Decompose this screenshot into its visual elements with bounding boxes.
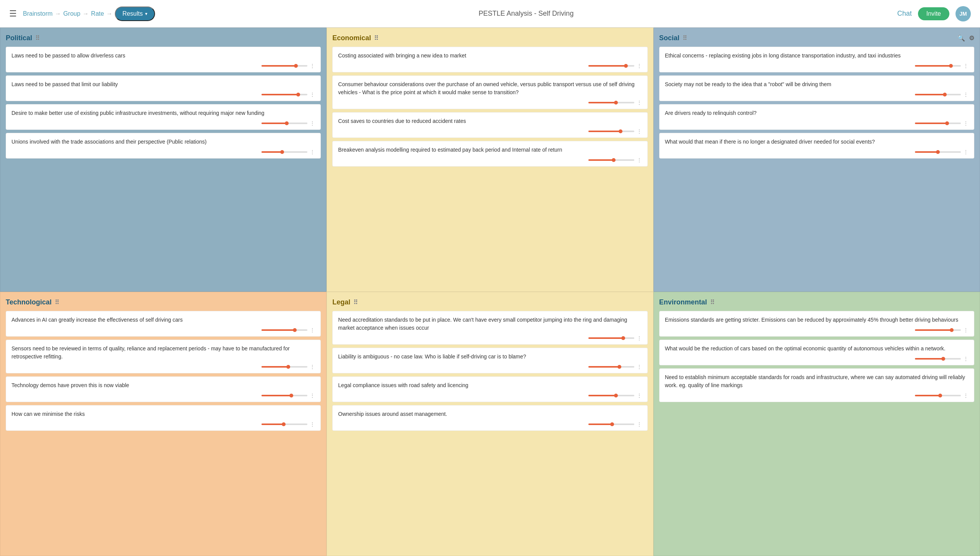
- rating-menu-icon[interactable]: ⋮: [637, 364, 642, 370]
- rating-handle[interactable]: [621, 336, 625, 340]
- rating-menu-icon[interactable]: ⋮: [963, 356, 969, 362]
- rating-track[interactable]: [588, 424, 634, 425]
- rating-handle[interactable]: [286, 365, 290, 369]
- menu-icon[interactable]: ☰: [9, 9, 17, 19]
- rating-menu-icon[interactable]: ⋮: [963, 392, 969, 399]
- rating-fill: [915, 151, 938, 153]
- rating-track[interactable]: [915, 65, 961, 67]
- rating-menu-icon[interactable]: ⋮: [310, 149, 315, 155]
- rating-menu-icon[interactable]: ⋮: [637, 392, 642, 399]
- rating-track[interactable]: [261, 123, 307, 124]
- rating-handle[interactable]: [294, 64, 298, 68]
- rating-track[interactable]: [261, 395, 307, 396]
- avatar[interactable]: JM: [956, 6, 971, 21]
- rating-track[interactable]: [261, 329, 307, 331]
- rating-menu-icon[interactable]: ⋮: [637, 421, 642, 427]
- card: Costing associated with bringing a new i…: [332, 47, 647, 72]
- rating-handle[interactable]: [949, 64, 953, 68]
- rating-menu-icon[interactable]: ⋮: [963, 327, 969, 333]
- invite-button[interactable]: Invite: [918, 7, 949, 20]
- rating-fill: [261, 65, 296, 67]
- rating-handle[interactable]: [619, 129, 622, 133]
- results-button[interactable]: Results ▾: [115, 7, 155, 21]
- rating-handle[interactable]: [943, 93, 947, 96]
- rating-menu-icon[interactable]: ⋮: [963, 92, 969, 98]
- breadcrumb-rate[interactable]: Rate: [91, 10, 104, 17]
- breadcrumb-group[interactable]: Group: [63, 10, 80, 17]
- rating-menu-icon[interactable]: ⋮: [310, 92, 315, 98]
- rating-handle[interactable]: [280, 150, 284, 154]
- rating-track[interactable]: [588, 102, 634, 103]
- category-menu-icon[interactable]: ⠿: [55, 299, 59, 306]
- rating-menu-icon[interactable]: ⋮: [637, 157, 642, 163]
- rating-menu-icon[interactable]: ⋮: [637, 335, 642, 341]
- rating-track[interactable]: [261, 424, 307, 425]
- rating-menu-icon[interactable]: ⋮: [963, 63, 969, 69]
- rating-handle[interactable]: [614, 101, 618, 105]
- category-menu-icon[interactable]: ⠿: [35, 34, 40, 42]
- rating-track[interactable]: [588, 395, 634, 396]
- category-menu-icon[interactable]: ⠿: [374, 34, 379, 42]
- rating-handle[interactable]: [289, 394, 293, 397]
- rating-handle[interactable]: [938, 394, 942, 397]
- rating-fill: [588, 159, 614, 161]
- rating-track[interactable]: [261, 366, 307, 368]
- rating-track[interactable]: [261, 151, 307, 153]
- rating-handle[interactable]: [945, 121, 949, 125]
- rating-handle[interactable]: [950, 328, 954, 332]
- card-text: What would be the reduction of cars base…: [665, 345, 969, 353]
- card: Are drivers ready to relinquish control?…: [659, 104, 974, 130]
- rating-handle[interactable]: [610, 422, 614, 426]
- rating-menu-icon[interactable]: ⋮: [310, 421, 315, 427]
- gear-icon[interactable]: ⚙: [969, 34, 974, 42]
- rating-handle[interactable]: [296, 93, 300, 96]
- search-icon[interactable]: 🔍: [957, 34, 965, 42]
- chat-button[interactable]: Chat: [897, 10, 912, 18]
- rating-handle[interactable]: [941, 357, 945, 361]
- rating-handle[interactable]: [614, 394, 618, 397]
- rating-menu-icon[interactable]: ⋮: [310, 392, 315, 399]
- rating-handle[interactable]: [282, 422, 286, 426]
- rating-menu-icon[interactable]: ⋮: [310, 364, 315, 370]
- rating-handle[interactable]: [293, 328, 297, 332]
- rating-track[interactable]: [915, 123, 961, 124]
- card: Need to establish minimum acceptable sta…: [659, 368, 974, 402]
- card: What would that mean if there is no long…: [659, 133, 974, 159]
- rating-track[interactable]: [588, 159, 634, 161]
- rating-menu-icon[interactable]: ⋮: [637, 128, 642, 134]
- category-menu-icon[interactable]: ⠿: [710, 299, 715, 306]
- rating-track[interactable]: [915, 151, 961, 153]
- rating-track[interactable]: [915, 395, 961, 396]
- rating-track[interactable]: [588, 337, 634, 339]
- rating-handle[interactable]: [612, 158, 616, 162]
- rating-handle[interactable]: [936, 150, 940, 154]
- rating-menu-icon[interactable]: ⋮: [637, 63, 642, 69]
- rating-bar-container: ⋮: [11, 149, 315, 155]
- rating-bar-container: ⋮: [11, 327, 315, 333]
- breadcrumb-brainstorm[interactable]: Brainstorm: [23, 10, 52, 17]
- rating-menu-icon[interactable]: ⋮: [310, 63, 315, 69]
- card-text: Breakeven analysis modelling required to…: [338, 146, 642, 154]
- rating-track[interactable]: [261, 65, 307, 67]
- rating-track[interactable]: [261, 94, 307, 95]
- rating-track[interactable]: [915, 358, 961, 360]
- rating-menu-icon[interactable]: ⋮: [963, 149, 969, 155]
- rating-track[interactable]: [588, 366, 634, 368]
- rating-handle[interactable]: [617, 365, 621, 369]
- category-menu-icon[interactable]: ⠿: [683, 34, 687, 42]
- rating-menu-icon[interactable]: ⋮: [637, 100, 642, 106]
- rating-menu-icon[interactable]: ⋮: [310, 120, 315, 126]
- category-menu-icon[interactable]: ⠿: [353, 299, 358, 306]
- card-text: Advances in AI can greatly increase the …: [11, 316, 315, 324]
- rating-track[interactable]: [915, 94, 961, 95]
- rating-bar-container: ⋮: [665, 92, 969, 98]
- rating-menu-icon[interactable]: ⋮: [310, 327, 315, 333]
- card: Unions involved with the trade associati…: [6, 133, 321, 159]
- rating-handle[interactable]: [624, 64, 628, 68]
- rating-track[interactable]: [588, 131, 634, 132]
- rating-menu-icon[interactable]: ⋮: [963, 120, 969, 126]
- rating-track[interactable]: [915, 329, 961, 331]
- card: Breakeven analysis modelling required to…: [332, 141, 647, 167]
- rating-track[interactable]: [588, 65, 634, 67]
- rating-handle[interactable]: [285, 121, 289, 125]
